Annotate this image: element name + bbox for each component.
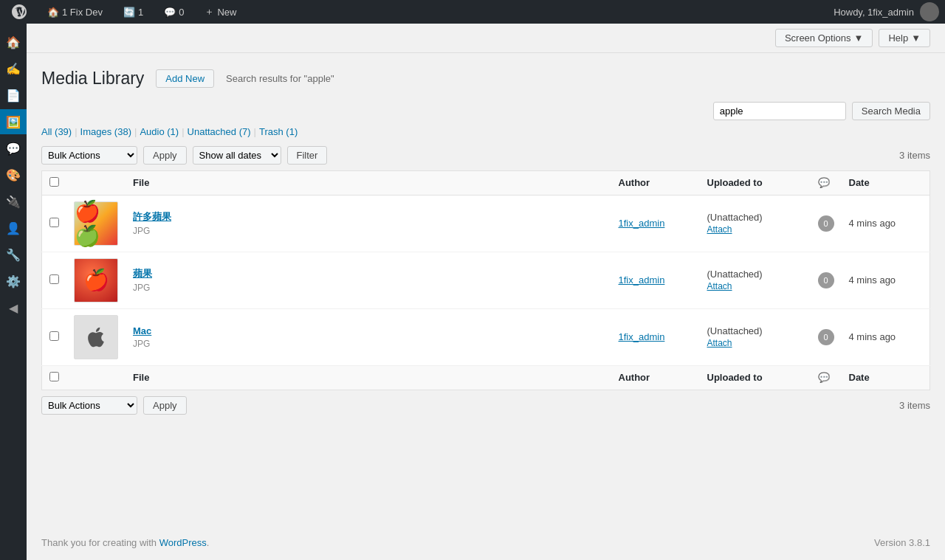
filter-tabs: All (39) | Images (38) | Audio (1) | Una… [41, 126, 930, 137]
wp-logo-icon [12, 4, 27, 19]
uploaded-status-2: (Unattached) [707, 325, 763, 336]
tfoot-file: File [126, 365, 611, 390]
apply-button-top[interactable]: Apply [143, 146, 187, 165]
items-count-bottom: 3 items [899, 400, 930, 411]
table-row: Mac JPG 1fix_admin (Unattached) Attach 0… [42, 308, 930, 365]
author-link-1[interactable]: 1fix_admin [619, 274, 665, 286]
file-type-0: JPG [133, 226, 150, 236]
file-name-link-1[interactable]: 蘋果 [133, 267, 604, 280]
screen-options-button[interactable]: Screen Options ▼ [775, 29, 873, 47]
help-button[interactable]: Help ▼ [879, 29, 930, 47]
apply-button-bottom[interactable]: Apply [143, 396, 187, 415]
row-checkbox-input-2[interactable] [49, 331, 59, 341]
version-label: Version 3.8.1 [874, 537, 930, 548]
screen-options-bar: Screen Options ▼ Help ▼ [27, 24, 945, 53]
comments-icon: 💬 [164, 7, 176, 18]
sidebar-item-posts[interactable]: ✍️ [0, 56, 27, 81]
th-comments: 💬 [811, 170, 842, 195]
sidebar-item-appearance[interactable]: 🎨 [0, 162, 27, 187]
comment-badge-2: 0 [818, 329, 834, 345]
add-new-button[interactable]: Add New [156, 69, 214, 88]
attach-link-2[interactable]: Attach [707, 338, 803, 348]
sidebar-item-tools[interactable]: 🔧 [0, 242, 27, 267]
tfoot-comments: 💬 [811, 365, 842, 390]
footer-credit: Thank you for creating with WordPress. [41, 537, 209, 548]
row-date-2: 4 mins ago [842, 308, 930, 365]
help-arrow-icon: ▼ [911, 32, 921, 44]
author-link-2[interactable]: 1fix_admin [619, 331, 665, 342]
sep-2: | [134, 126, 137, 137]
file-name-link-0[interactable]: 許多蘋果 [133, 210, 604, 224]
row-comments-2: 0 [811, 308, 842, 365]
row-uploaded-0: (Unattached) Attach [700, 195, 811, 252]
sidebar-item-comments[interactable]: 💬 [0, 136, 27, 161]
row-comments-0: 0 [811, 195, 842, 252]
row-thumb: 🍎 [66, 252, 126, 308]
site-icon: 🏠 [47, 7, 59, 18]
sidebar-item-users[interactable]: 👤 [0, 215, 27, 241]
comments-link[interactable]: 💬 0 [158, 0, 190, 24]
select-all-checkbox-bottom[interactable] [49, 372, 59, 381]
sidebar-item-settings[interactable]: ⚙️ [0, 269, 27, 294]
tablenav-bottom: Bulk Actions Apply 3 items [41, 396, 930, 415]
th-file: File [126, 170, 611, 195]
row-comments-1: 0 [811, 252, 842, 308]
items-count-top: 3 items [899, 150, 930, 161]
attach-link-0[interactable]: Attach [707, 224, 803, 235]
table-row: 🍎🍏 許多蘋果 JPG 1fix_admin (Unattached) Atta… [42, 195, 930, 252]
sidebar-item-plugins[interactable]: 🔌 [0, 189, 27, 214]
sidebar-item-dashboard[interactable]: 🏠 [0, 30, 27, 55]
row-file: 許多蘋果 JPG [126, 195, 611, 252]
search-media-button[interactable]: Search Media [852, 102, 930, 120]
author-link-0[interactable]: 1fix_admin [619, 218, 665, 229]
new-content-link[interactable]: ＋ New [199, 0, 242, 24]
table-row: 🍎 蘋果 JPG 1fix_admin (Unattached) Attach … [42, 252, 930, 308]
row-checkbox-input-0[interactable] [49, 218, 59, 227]
site-name-link[interactable]: 🏠 1 Fix Dev [41, 0, 109, 24]
page-header: Media Library Add New Search results for… [41, 68, 930, 90]
row-uploaded-2: (Unattached) Attach [700, 308, 811, 365]
wp-logo-link[interactable] [6, 0, 32, 24]
tab-all[interactable]: All (39) [41, 126, 72, 137]
comment-badge-0: 0 [818, 215, 834, 232]
screen-options-label: Screen Options [785, 32, 851, 44]
row-checkbox-input-1[interactable] [49, 274, 59, 284]
search-results-label: Search results for "apple" [226, 73, 334, 84]
tab-images[interactable]: Images (38) [80, 126, 131, 137]
tab-trash[interactable]: Trash (1) [259, 126, 298, 137]
updates-link[interactable]: 🔄 1 [117, 0, 149, 24]
tab-unattached[interactable]: Unattached (7) [188, 126, 251, 137]
new-label: New [217, 7, 236, 18]
updates-count: 1 [138, 7, 143, 18]
file-name-link-2[interactable]: Mac [133, 325, 604, 336]
help-label: Help [888, 32, 908, 44]
search-media-input[interactable] [713, 102, 846, 120]
th-checkbox [42, 170, 67, 195]
th-thumb [66, 170, 126, 195]
dates-select-top[interactable]: Show all dates [193, 146, 281, 165]
media-thumbnail-0: 🍎🍏 [74, 201, 118, 246]
updates-icon: 🔄 [123, 7, 135, 18]
bulk-actions-select-top[interactable]: Bulk Actions [41, 146, 137, 165]
row-checkbox [42, 308, 67, 365]
tfoot-date: Date [842, 365, 930, 390]
filter-button-top[interactable]: Filter [287, 146, 328, 165]
select-all-checkbox-top[interactable] [49, 177, 59, 187]
sidebar-item-collapse[interactable]: ◀ [0, 295, 27, 320]
page-title: Media Library [41, 68, 144, 90]
site-name: 1 Fix Dev [62, 7, 103, 18]
comments-count: 0 [179, 7, 184, 18]
admin-bar: 🏠 1 Fix Dev 🔄 1 💬 0 ＋ New Howdy, 1fix_ad… [0, 0, 945, 24]
sidebar-item-pages[interactable]: 📄 [0, 83, 27, 108]
attach-link-1[interactable]: Attach [707, 281, 803, 291]
row-thumb: 🍎🍏 [66, 195, 126, 252]
bulk-actions-select-bottom[interactable]: Bulk Actions [41, 396, 137, 415]
th-date: Date [842, 170, 930, 195]
uploaded-status-0: (Unattached) [707, 212, 763, 223]
tab-audio[interactable]: Audio (1) [140, 126, 179, 137]
comment-badge-1: 0 [818, 272, 834, 288]
sidebar-item-media[interactable]: 🖼️ [0, 109, 27, 134]
search-media-row: Search Media [41, 102, 930, 120]
file-type-1: JPG [133, 283, 150, 293]
wordpress-link[interactable]: WordPress [159, 537, 207, 548]
